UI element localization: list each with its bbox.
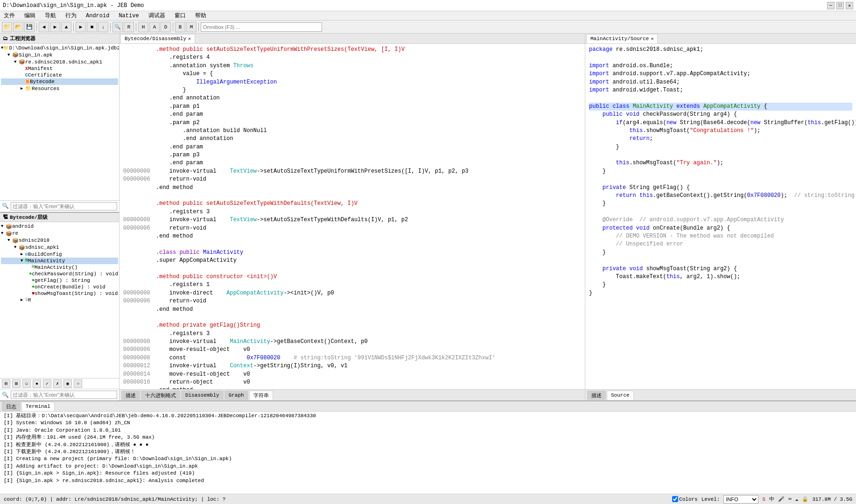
tb-asm[interactable]: A — [149, 22, 160, 32]
tree-bytecode[interactable]: B Bytecode — [1, 78, 118, 85]
hier-r[interactable]: ▶ G R — [1, 297, 118, 303]
src-line — [589, 94, 852, 102]
hier-sdnisc-apk1[interactable]: ▼ 📦 sdnisc_apk1 — [1, 244, 118, 251]
hier-buildconfig[interactable]: ▶ ⚙ BuildConfig — [1, 251, 118, 258]
src-line: return this.getBaseContext().getString(0… — [589, 192, 852, 200]
tree-arrow: ▶ — [21, 297, 25, 302]
src-line — [589, 54, 852, 62]
menu-file[interactable]: 文件 — [2, 12, 17, 20]
src-line: } — [589, 143, 852, 151]
hier-tb2[interactable]: ⊠ — [12, 379, 21, 388]
hier-oncreate[interactable]: ● onCreate(Bundle) : void — [1, 284, 118, 290]
tree-root[interactable]: ▼ 📁 D:\Download\sign_in\Sign_in.apk.jdb2 — [1, 45, 118, 51]
tb-hex[interactable]: H — [138, 22, 148, 32]
tab-right-source[interactable]: Source — [607, 391, 634, 400]
project-explorer-icon: 🗂 — [3, 35, 8, 42]
tb-run[interactable]: ▶ — [76, 22, 86, 32]
hier-sdnisc2018[interactable]: ▼ 📦 sdnisc2018 — [1, 237, 118, 244]
maximize-button[interactable]: □ — [836, 2, 844, 9]
tb-search[interactable]: 🔍 — [112, 22, 123, 32]
tb-bp[interactable]: B — [175, 22, 185, 32]
tab-terminal[interactable]: Terminal — [21, 402, 55, 411]
code-line: .method public setAutoSizeTextTypeUnifor… — [123, 46, 581, 54]
tab-close-icon[interactable]: ✕ — [188, 36, 191, 42]
tb-mem[interactable]: M — [186, 22, 196, 32]
hier-re[interactable]: ▼ 📦 re — [1, 230, 118, 237]
src-line: } — [589, 281, 852, 289]
tab-strings[interactable]: 字符串 — [249, 391, 273, 400]
hier-tb7[interactable]: ◉ — [63, 379, 72, 388]
code-line: .end method — [123, 232, 581, 240]
hier-tb1[interactable]: ⊞ — [2, 379, 10, 388]
status-right: Colors Level: INFO DEBUG WARNING ERROR S… — [672, 495, 852, 504]
tree-certificate[interactable]: C Certificate — [1, 72, 118, 78]
hier-checkpassword[interactable]: ● checkPassword(String) : void — [1, 271, 118, 277]
center-panel: Bytecode/Disassembly ✕ .method public se… — [119, 34, 585, 400]
right-code-area[interactable]: package re.sdnisc2018.sdnisc_apk1; impor… — [585, 44, 856, 389]
hierarchy-toolbar: ⊞ ⊠ ☺ ● ✓ ✗ ◉ ○ — [0, 378, 119, 389]
center-top: Bytecode/Disassembly ✕ .method public se… — [119, 34, 585, 389]
tree-label: showMsgToast(String) : void — [35, 291, 118, 296]
hier-constructor[interactable]: M MainActivity() — [1, 264, 118, 271]
tab-hex[interactable]: 十六进制格式 — [141, 391, 180, 400]
left-filter-input[interactable] — [11, 202, 117, 210]
tb-stop[interactable]: ■ — [87, 22, 97, 32]
menu-navigate[interactable]: 导航 — [43, 12, 58, 20]
hier-tb3[interactable]: ☺ — [22, 379, 31, 388]
hier-tb6[interactable]: ✗ — [53, 379, 62, 388]
hier-tb4[interactable]: ● — [33, 379, 41, 388]
tb-back[interactable]: ◀ — [39, 22, 49, 32]
colors-checkbox[interactable] — [672, 496, 678, 502]
tab-bytecode-disassembly[interactable]: Bytecode/Disassembly ✕ — [120, 34, 195, 43]
tree-label: MainActivity — [28, 258, 65, 264]
tb-ref[interactable]: R — [124, 22, 134, 32]
menu-edit[interactable]: 编辑 — [22, 12, 37, 20]
tab-disasm[interactable]: Disassembly — [181, 391, 224, 400]
hier-mainactivity[interactable]: ▼ M MainActivity — [1, 258, 118, 264]
menu-window[interactable]: 窗口 — [173, 12, 188, 20]
tab-mainactivity-source[interactable]: MainActivity/Source ✕ — [586, 34, 658, 43]
tb-up[interactable]: ▲ — [61, 22, 71, 32]
tab-right-desc[interactable]: 描述 — [587, 391, 606, 400]
level-select[interactable]: INFO DEBUG WARNING ERROR — [723, 495, 758, 504]
project-tree: ▼ 📁 D:\Download\sign_in\Sign_in.apk.jdb2… — [0, 44, 119, 200]
tb-new[interactable]: 📁 — [2, 22, 12, 32]
hier-android[interactable]: ▼ 📦 android — [1, 223, 118, 230]
minimize-button[interactable]: — — [827, 2, 835, 9]
level-label: Level: — [702, 497, 720, 502]
hier-tb8[interactable]: ○ — [74, 379, 82, 388]
hier-tb5[interactable]: ✓ — [43, 379, 51, 388]
colors-checkbox-label[interactable]: Colors — [672, 496, 698, 502]
project-explorer-header: 🗂 工程浏览器 — [0, 34, 119, 44]
tb-step[interactable]: ↓ — [98, 22, 108, 32]
tab-log[interactable]: 日志 — [2, 402, 21, 411]
tab-graph[interactable]: Graph — [225, 391, 248, 400]
tb-decompile[interactable]: D — [161, 22, 171, 32]
title-bar-title: D:\Download\sign_in\Sign_in.apk - JEB De… — [3, 2, 144, 9]
hierarchy-icon: 🏗 — [3, 214, 8, 220]
menu-native[interactable]: Native — [117, 13, 140, 19]
hierarchy-filter-input[interactable] — [11, 391, 117, 399]
center-code-area[interactable]: .method public setAutoSizeTextTypeUnifor… — [119, 44, 585, 389]
code-line: } — [123, 86, 581, 94]
menu-debugger[interactable]: 调试器 — [147, 12, 167, 20]
tab-close-icon2[interactable]: ✕ — [651, 36, 653, 42]
tree-apk[interactable]: ▼ 📦 Sign_in.apk — [1, 51, 118, 58]
code-line: .class public MainActivity — [123, 249, 581, 257]
menu-action[interactable]: 行为 — [63, 12, 78, 20]
tree-resources[interactable]: ▶ 📁 Resources — [1, 85, 118, 92]
tree-manifest[interactable]: X Manifest — [1, 65, 118, 72]
log-area[interactable]: [I] 基础目录：D:\Data\secquan\Android\JEB\jeb… — [0, 412, 856, 494]
menu-help[interactable]: 帮助 — [193, 12, 208, 20]
menu-android[interactable]: Android — [84, 13, 111, 19]
close-button[interactable]: ✕ — [846, 2, 853, 9]
omnibox-input[interactable] — [201, 22, 322, 32]
hier-showmsgtoast[interactable]: ■ showMsgToast(String) : void — [1, 290, 118, 297]
tab-desc[interactable]: 描述 — [121, 391, 140, 400]
tree-package[interactable]: ▼ 📦 re.sdnisc2018.sdnisc_apk1 — [1, 58, 118, 65]
tb-forward[interactable]: ▶ — [50, 22, 60, 32]
package-icon5: 📦 — [19, 245, 25, 251]
tb-save[interactable]: 💾 — [24, 22, 35, 32]
tb-open[interactable]: 📂 — [13, 22, 23, 32]
hier-getflag[interactable]: ● getFlag() : String — [1, 277, 118, 284]
